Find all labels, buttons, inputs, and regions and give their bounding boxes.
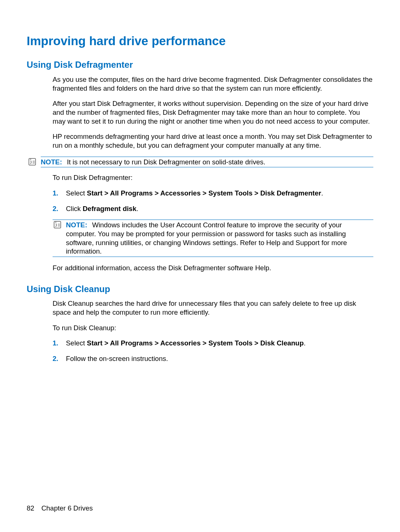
paragraph: For additional information, access the D… [53,264,373,272]
step-number: 1. [53,339,58,348]
step-text-prefix: Select [66,339,87,347]
step-text-suffix: . [321,189,323,197]
note-block: NOTE: It is not necessary to run Disk De… [41,157,373,168]
paragraph: To run Disk Cleanup: [53,324,373,332]
step-text-suffix: . [136,205,138,213]
page-footer: 82 Chapter 6 Drives [27,504,93,513]
note-text: Windows includes the User Account Contro… [66,221,347,255]
step-text-bold: Start > All Programs > Accessories > Sys… [87,339,304,347]
paragraph: To run Disk Defragmenter: [53,173,373,182]
paragraph: As you use the computer, files on the ha… [53,75,373,93]
list-item: 2. Click Defragment disk. [53,204,373,257]
list-item: 1. Select Start > All Programs > Accesso… [53,189,373,198]
section-heading: Using Disk Defragmenter [27,59,373,71]
note-block: NOTE: Windows includes the User Account … [53,220,373,257]
step-text-prefix: Select [66,189,87,197]
note-icon [28,158,38,166]
list-item: 2. Follow the on-screen instructions. [53,354,373,363]
paragraph: Disk Cleanup searches the hard drive for… [53,299,373,317]
svg-rect-1 [54,221,61,228]
step-text-bold: Defragment disk [83,205,136,213]
list-item: 1. Select Start > All Programs > Accesso… [53,339,373,348]
section-disk-cleanup: Using Disk Cleanup Disk Cleanup searches… [27,284,373,363]
step-text-suffix: . [304,339,306,347]
note-text: It is not necessary to run Disk Defragme… [64,158,266,166]
note-icon [53,221,63,229]
chapter-label: Chapter 6 Drives [41,504,93,512]
section-body: As you use the computer, files on the ha… [53,75,373,150]
document-page: Improving hard drive performance Using D… [0,0,400,532]
step-text-bold: Start > All Programs > Accessories > Sys… [87,189,321,197]
paragraph: HP recommends defragmenting your hard dr… [53,132,373,150]
page-title: Improving hard drive performance [27,33,373,49]
ordered-steps: 1. Select Start > All Programs > Accesso… [53,339,373,363]
step-text-prefix: Click [66,205,83,213]
section-body: Disk Cleanup searches the hard drive for… [53,299,373,363]
page-number: 82 [27,504,34,512]
svg-rect-0 [29,158,36,165]
step-text: Follow the on-screen instructions. [66,355,168,362]
section-heading: Using Disk Cleanup [27,284,373,295]
paragraph: After you start Disk Defragmenter, it wo… [53,99,373,126]
note-label: NOTE: [41,158,62,166]
step-number: 2. [53,204,58,213]
note-label: NOTE: [66,221,87,229]
section-body: To run Disk Defragmenter: 1. Select Star… [53,173,373,272]
ordered-steps: 1. Select Start > All Programs > Accesso… [53,189,373,257]
step-number: 2. [53,354,58,363]
step-number: 1. [53,189,58,198]
section-disk-defragmenter: Using Disk Defragmenter As you use the c… [27,59,373,272]
